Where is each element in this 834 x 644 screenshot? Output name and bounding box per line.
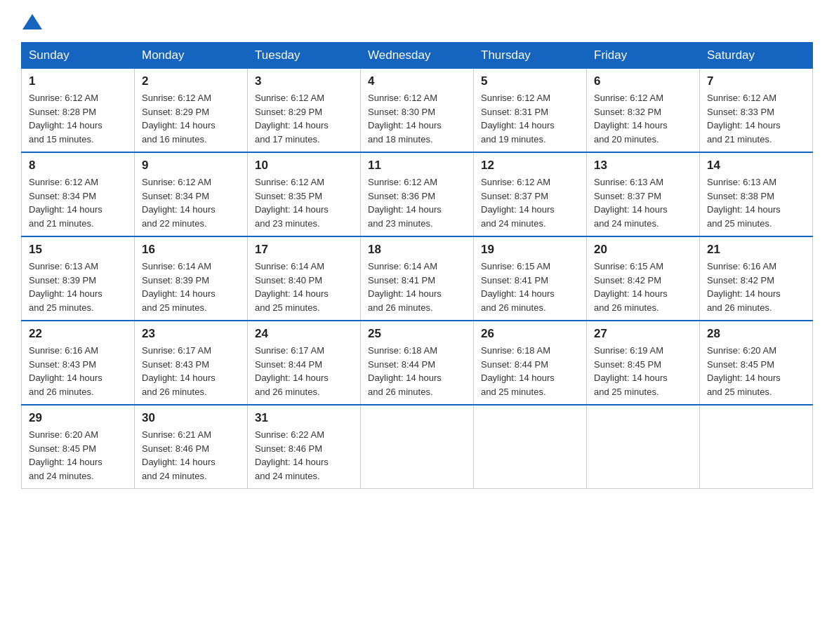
header-friday: Friday [587,43,700,69]
day-number: 5 [481,74,579,88]
calendar-cell: 17Sunrise: 6:14 AMSunset: 8:40 PMDayligh… [248,236,361,321]
day-number: 30 [142,411,240,425]
day-number: 21 [707,243,805,257]
day-number: 25 [368,327,466,341]
day-info: Sunrise: 6:15 AMSunset: 8:41 PMDaylight:… [481,260,579,314]
day-info: Sunrise: 6:12 AMSunset: 8:37 PMDaylight:… [481,175,579,230]
day-number: 13 [594,159,692,173]
calendar-cell: 13Sunrise: 6:13 AMSunset: 8:37 PMDayligh… [587,152,700,236]
calendar-table: SundayMondayTuesdayWednesdayThursdayFrid… [21,42,813,489]
calendar-cell: 22Sunrise: 6:16 AMSunset: 8:43 PMDayligh… [22,321,135,405]
calendar-cell: 27Sunrise: 6:19 AMSunset: 8:45 PMDayligh… [587,321,700,405]
day-info: Sunrise: 6:22 AMSunset: 8:46 PMDaylight:… [255,428,353,483]
calendar-cell: 19Sunrise: 6:15 AMSunset: 8:41 PMDayligh… [474,236,587,321]
calendar-cell: 26Sunrise: 6:18 AMSunset: 8:44 PMDayligh… [474,321,587,405]
calendar-cell [361,405,474,489]
day-number: 31 [255,411,353,425]
day-number: 3 [255,74,353,88]
day-info: Sunrise: 6:12 AMSunset: 8:34 PMDaylight:… [29,175,127,230]
calendar-cell [474,405,587,489]
calendar-cell: 31Sunrise: 6:22 AMSunset: 8:46 PMDayligh… [248,405,361,489]
day-number: 20 [594,243,692,257]
calendar-cell: 2Sunrise: 6:12 AMSunset: 8:29 PMDaylight… [135,69,248,153]
logo-triangle-icon [22,14,42,29]
calendar-cell: 28Sunrise: 6:20 AMSunset: 8:45 PMDayligh… [700,321,813,405]
day-info: Sunrise: 6:16 AMSunset: 8:43 PMDaylight:… [29,344,127,398]
day-info: Sunrise: 6:21 AMSunset: 8:46 PMDaylight:… [142,428,240,483]
day-number: 12 [481,159,579,173]
day-number: 14 [707,159,805,173]
day-number: 15 [29,243,127,257]
day-number: 16 [142,243,240,257]
day-info: Sunrise: 6:12 AMSunset: 8:30 PMDaylight:… [368,91,466,146]
day-info: Sunrise: 6:17 AMSunset: 8:43 PMDaylight:… [142,344,240,398]
day-number: 9 [142,159,240,173]
day-number: 23 [142,327,240,341]
day-info: Sunrise: 6:12 AMSunset: 8:34 PMDaylight:… [142,175,240,230]
calendar-cell: 18Sunrise: 6:14 AMSunset: 8:41 PMDayligh… [361,236,474,321]
day-info: Sunrise: 6:12 AMSunset: 8:31 PMDaylight:… [481,91,579,146]
day-info: Sunrise: 6:12 AMSunset: 8:36 PMDaylight:… [368,175,466,230]
day-number: 24 [255,327,353,341]
day-info: Sunrise: 6:15 AMSunset: 8:42 PMDaylight:… [594,260,692,314]
calendar-cell: 25Sunrise: 6:18 AMSunset: 8:44 PMDayligh… [361,321,474,405]
day-info: Sunrise: 6:18 AMSunset: 8:44 PMDaylight:… [481,344,579,398]
day-number: 4 [368,74,466,88]
day-info: Sunrise: 6:14 AMSunset: 8:41 PMDaylight:… [368,260,466,314]
day-info: Sunrise: 6:12 AMSunset: 8:28 PMDaylight:… [29,91,127,146]
week-row-4: 22Sunrise: 6:16 AMSunset: 8:43 PMDayligh… [22,321,813,405]
day-info: Sunrise: 6:18 AMSunset: 8:44 PMDaylight:… [368,344,466,398]
week-row-3: 15Sunrise: 6:13 AMSunset: 8:39 PMDayligh… [22,236,813,321]
calendar-cell: 20Sunrise: 6:15 AMSunset: 8:42 PMDayligh… [587,236,700,321]
day-number: 11 [368,159,466,173]
day-number: 1 [29,74,127,88]
week-row-5: 29Sunrise: 6:20 AMSunset: 8:45 PMDayligh… [22,405,813,489]
day-info: Sunrise: 6:20 AMSunset: 8:45 PMDaylight:… [29,428,127,483]
calendar-cell: 14Sunrise: 6:13 AMSunset: 8:38 PMDayligh… [700,152,813,236]
day-info: Sunrise: 6:16 AMSunset: 8:42 PMDaylight:… [707,260,805,314]
calendar-cell: 21Sunrise: 6:16 AMSunset: 8:42 PMDayligh… [700,236,813,321]
day-info: Sunrise: 6:14 AMSunset: 8:40 PMDaylight:… [255,260,353,314]
day-info: Sunrise: 6:12 AMSunset: 8:35 PMDaylight:… [255,175,353,230]
calendar-cell: 6Sunrise: 6:12 AMSunset: 8:32 PMDaylight… [587,69,700,153]
day-info: Sunrise: 6:13 AMSunset: 8:37 PMDaylight:… [594,175,692,230]
day-info: Sunrise: 6:12 AMSunset: 8:32 PMDaylight:… [594,91,692,146]
day-info: Sunrise: 6:20 AMSunset: 8:45 PMDaylight:… [707,344,805,398]
calendar-cell: 29Sunrise: 6:20 AMSunset: 8:45 PMDayligh… [22,405,135,489]
calendar-cell [700,405,813,489]
calendar-cell: 1Sunrise: 6:12 AMSunset: 8:28 PMDaylight… [22,69,135,153]
day-number: 7 [707,74,805,88]
calendar-cell: 4Sunrise: 6:12 AMSunset: 8:30 PMDaylight… [361,69,474,153]
calendar-cell: 5Sunrise: 6:12 AMSunset: 8:31 PMDaylight… [474,69,587,153]
page-header [21,14,813,29]
day-info: Sunrise: 6:12 AMSunset: 8:33 PMDaylight:… [707,91,805,146]
calendar-cell: 10Sunrise: 6:12 AMSunset: 8:35 PMDayligh… [248,152,361,236]
calendar-cell: 30Sunrise: 6:21 AMSunset: 8:46 PMDayligh… [135,405,248,489]
day-info: Sunrise: 6:12 AMSunset: 8:29 PMDaylight:… [255,91,353,146]
header-wednesday: Wednesday [361,43,474,69]
week-row-2: 8Sunrise: 6:12 AMSunset: 8:34 PMDaylight… [22,152,813,236]
day-number: 18 [368,243,466,257]
header-saturday: Saturday [700,43,813,69]
weekday-header-row: SundayMondayTuesdayWednesdayThursdayFrid… [22,43,813,69]
day-info: Sunrise: 6:13 AMSunset: 8:39 PMDaylight:… [29,260,127,314]
day-number: 6 [594,74,692,88]
day-number: 10 [255,159,353,173]
header-monday: Monday [135,43,248,69]
calendar-cell: 11Sunrise: 6:12 AMSunset: 8:36 PMDayligh… [361,152,474,236]
day-number: 28 [707,327,805,341]
day-info: Sunrise: 6:12 AMSunset: 8:29 PMDaylight:… [142,91,240,146]
day-number: 29 [29,411,127,425]
day-number: 27 [594,327,692,341]
header-tuesday: Tuesday [248,43,361,69]
header-thursday: Thursday [474,43,587,69]
calendar-cell: 23Sunrise: 6:17 AMSunset: 8:43 PMDayligh… [135,321,248,405]
day-info: Sunrise: 6:13 AMSunset: 8:38 PMDaylight:… [707,175,805,230]
calendar-cell: 8Sunrise: 6:12 AMSunset: 8:34 PMDaylight… [22,152,135,236]
calendar-cell: 16Sunrise: 6:14 AMSunset: 8:39 PMDayligh… [135,236,248,321]
day-number: 8 [29,159,127,173]
day-number: 26 [481,327,579,341]
week-row-1: 1Sunrise: 6:12 AMSunset: 8:28 PMDaylight… [22,69,813,153]
calendar-cell: 12Sunrise: 6:12 AMSunset: 8:37 PMDayligh… [474,152,587,236]
day-number: 19 [481,243,579,257]
